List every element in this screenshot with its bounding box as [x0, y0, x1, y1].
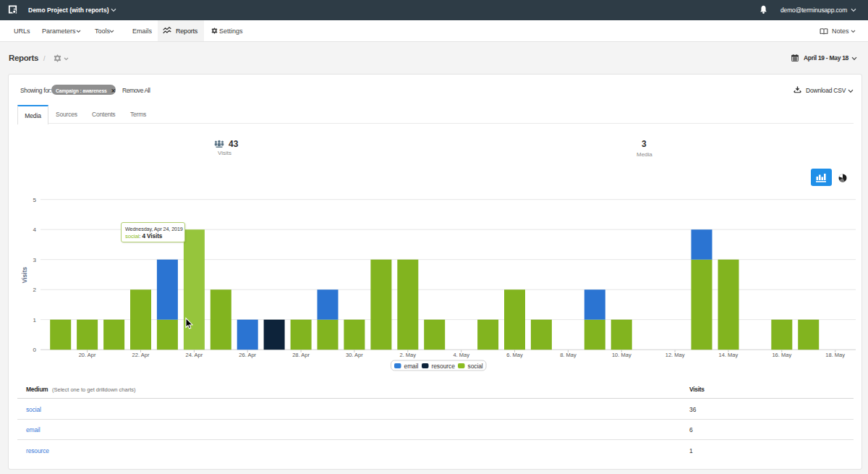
svg-text:26. Apr: 26. Apr	[239, 352, 256, 358]
svg-text:18. May: 18. May	[825, 352, 845, 358]
svg-text:1: 1	[33, 317, 37, 323]
svg-text:2: 2	[33, 287, 37, 293]
svg-text:12. May: 12. May	[665, 352, 685, 358]
svg-text:social: social	[468, 363, 483, 370]
svg-text:6. May: 6. May	[506, 352, 523, 358]
svg-text:20. Apr: 20. Apr	[79, 352, 96, 358]
svg-text:8. May: 8. May	[560, 352, 576, 358]
svg-text:22. Apr: 22. Apr	[132, 352, 150, 358]
svg-text:28. Apr: 28. Apr	[292, 352, 310, 358]
svg-text:24. Apr: 24. Apr	[186, 352, 203, 358]
svg-text:4. May: 4. May	[453, 352, 469, 358]
svg-text:16. May: 16. May	[772, 352, 791, 358]
svg-text:14. May: 14. May	[719, 352, 739, 358]
svg-text:2. May: 2. May	[400, 352, 417, 358]
svg-text:10. May: 10. May	[612, 352, 631, 358]
svg-text:email: email	[404, 363, 419, 370]
svg-text:3: 3	[33, 257, 37, 263]
svg-text:0: 0	[33, 347, 37, 353]
svg-text:4: 4	[33, 227, 37, 233]
svg-text:resource: resource	[432, 363, 456, 370]
svg-text:Visits: Visits	[21, 266, 28, 283]
svg-text:5: 5	[33, 197, 37, 203]
svg-text:30. Apr: 30. Apr	[346, 352, 363, 358]
